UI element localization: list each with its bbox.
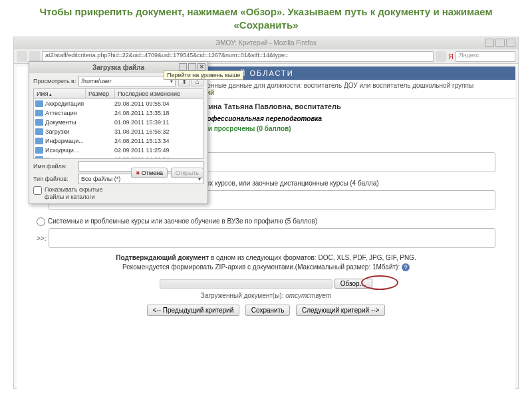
file-dialog: Загрузка файла ✕ Просмотреть в: /home/us… — [29, 61, 208, 204]
help-icon[interactable]: ? — [402, 263, 410, 271]
file-path-display — [160, 279, 332, 289]
file-row[interactable]: Исходящи...02.09.2011 11:25:49 — [34, 146, 203, 155]
file-row[interactable]: Аккредитация29.08.2011 09:55:04 — [34, 99, 203, 108]
tooltip: Перейти на уровень выше — [164, 70, 243, 80]
col-modified[interactable]: Последнее изменение — [115, 89, 203, 98]
loaded-documents: Загруженный документ(ы): отсутствует — [37, 292, 495, 299]
file-row[interactable]: Загрузки31.08.2011 16:56:32 — [34, 127, 203, 136]
file-row[interactable]: Критери...12.08.2011 14:01:04 — [34, 155, 203, 159]
folder-icon — [35, 138, 43, 144]
dialog-open-button[interactable]: Открыть — [171, 168, 203, 178]
dialog-close-button[interactable]: ✕ — [198, 63, 205, 70]
look-in-combo[interactable]: /home/user — [78, 76, 176, 86]
window-titlebar: ЭМОУ: Критерий - Mozilla Firefox — [14, 37, 518, 49]
document-note: Подтверждающий документ в одном из следу… — [37, 253, 495, 272]
breadcrumb-tabs: тестационные данные для должности: воспи… — [176, 80, 515, 99]
minimize-button[interactable] — [485, 39, 494, 47]
back-button[interactable] — [17, 51, 27, 62]
window-title: ЭМОУ: Критерий - Mozilla Firefox — [215, 39, 317, 47]
look-in-label: Просмотреть в: — [33, 78, 76, 84]
dialog-minimize-button[interactable] — [179, 63, 187, 70]
browse-button[interactable]: Обзор… — [334, 279, 372, 289]
folder-icon — [35, 119, 43, 126]
person-name: средихина Татьяна Павловна, воспитатель — [176, 99, 515, 114]
filetype-label: Тип файлов: — [33, 176, 76, 182]
instruction-text: Чтобы прикрепить документ, нажимаем «Обз… — [0, 0, 532, 37]
option-3[interactable]: Системные и проблемные курсы или заочное… — [37, 217, 317, 225]
dialog-cancel-button[interactable]: Отмена — [131, 168, 168, 178]
browser-window: ЭМОУ: Критерий - Mozilla Firefox at2/sta… — [13, 37, 519, 389]
file-row[interactable]: Информаци...24.08.2011 15:13:34 — [34, 136, 203, 146]
save-button[interactable]: Сохранить — [245, 305, 291, 316]
folder-icon — [35, 156, 43, 159]
file-list[interactable]: Имя Размер Последнее изменение Аккредита… — [33, 88, 203, 159]
folder-icon — [35, 100, 43, 107]
option-3-radio[interactable] — [37, 217, 45, 226]
file-row[interactable]: Документы01.09.2011 15:39:11 — [34, 118, 203, 127]
maximize-button[interactable] — [495, 39, 505, 47]
show-hidden-checkbox[interactable] — [33, 186, 42, 195]
expired-note: фикации просрочены (0 баллов) — [176, 124, 515, 134]
search-input[interactable]: Яндекс — [456, 51, 515, 62]
next-criterion-button[interactable]: Следующий критерий --> — [296, 305, 385, 316]
url-input[interactable]: at2/staff/editcriteria.php?hid=22&oid=47… — [42, 51, 434, 62]
col-size[interactable]: Размер — [86, 89, 115, 98]
prev-criterion-button[interactable]: <-- Предыдущий критерий — [147, 305, 240, 316]
file-list-header: Имя Размер Последнее изменение — [34, 89, 203, 99]
show-hidden-label: Показывать скрытые файлы и каталоги — [45, 186, 118, 201]
comment-3-input[interactable] — [49, 228, 495, 248]
arrow-label: >>: — [37, 228, 46, 242]
folder-icon — [35, 128, 43, 135]
section-title: ции, профессиональная переподготовка — [176, 114, 515, 124]
folder-icon — [35, 110, 43, 116]
dialog-maximize-button[interactable] — [188, 63, 196, 70]
filename-label: Имя файла: — [33, 163, 76, 170]
forward-button[interactable] — [29, 51, 40, 62]
file-row[interactable]: Аттестация24.08.2011 13:35:18 — [34, 108, 203, 118]
col-name[interactable]: Имя — [34, 89, 86, 98]
folder-icon — [35, 147, 43, 154]
yandex-icon: Я — [448, 53, 454, 61]
reload-button[interactable] — [436, 51, 446, 62]
close-button[interactable] — [506, 39, 515, 47]
